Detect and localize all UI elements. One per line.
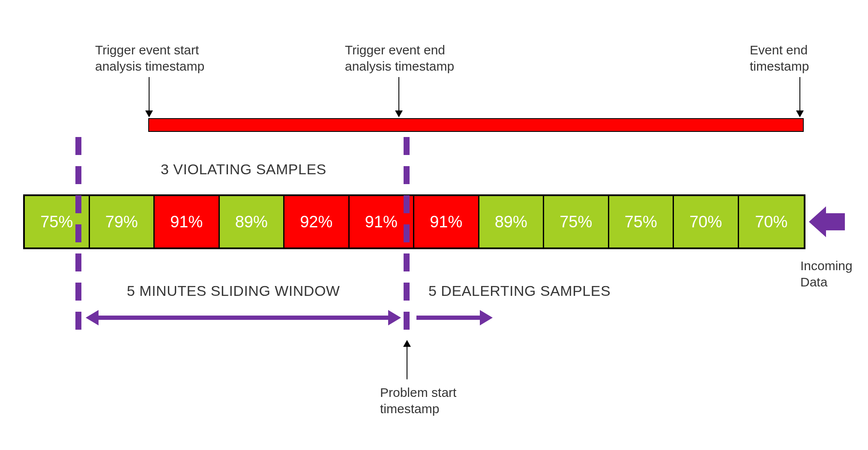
label-trigger-start: Trigger event start analysis timestamp [95,42,204,74]
sample-cell: 70% [739,196,804,247]
window-end-marker [404,137,410,334]
arrowhead-event-end [796,110,804,117]
label-event-end: Event end timestamp [750,42,809,74]
dealerting-arrow-shaft [416,316,481,320]
window-arrow-shaft [98,316,389,320]
arrowhead-problem-start [403,340,411,347]
sample-row: 75%79%91%89%92%91%91%89%75%75%70%70% [23,194,805,249]
label-violating: 3 VIOLATING SAMPLES [161,161,326,178]
label-sliding-window: 5 MINUTES SLIDING WINDOW [127,283,340,299]
window-start-marker [75,137,81,334]
arrow-trigger-start [149,77,150,111]
arrow-problem-start [407,343,407,379]
label-trigger-end: Trigger event end analysis timestamp [345,42,454,74]
sample-cell: 91% [414,196,479,247]
sample-cell: 91% [155,196,220,247]
arrow-trigger-end [398,77,399,111]
sample-cell: 75% [609,196,674,247]
sample-cell: 70% [674,196,739,247]
diagram: Trigger event start analysis timestamp T… [0,0,868,450]
sample-cell: 89% [220,196,285,247]
incoming-arrowhead [809,206,826,237]
arrowhead-trigger-end [395,110,403,117]
event-duration-bar [148,118,804,132]
sample-cell: 79% [90,196,155,247]
dealerting-arrowhead [480,310,493,325]
incoming-arrow-body [826,213,845,230]
window-arrowhead-left [86,310,99,325]
arrowhead-trigger-start [145,110,153,117]
label-incoming: Incoming Data [800,258,853,290]
label-problem-start: Problem start timestamp [380,384,456,417]
window-arrowhead-right [388,310,401,325]
arrow-event-end [799,77,800,111]
sample-cell: 75% [544,196,609,247]
sample-cell: 92% [284,196,350,247]
sample-cell: 89% [479,196,545,247]
label-dealerting: 5 DEALERTING SAMPLES [428,283,611,299]
